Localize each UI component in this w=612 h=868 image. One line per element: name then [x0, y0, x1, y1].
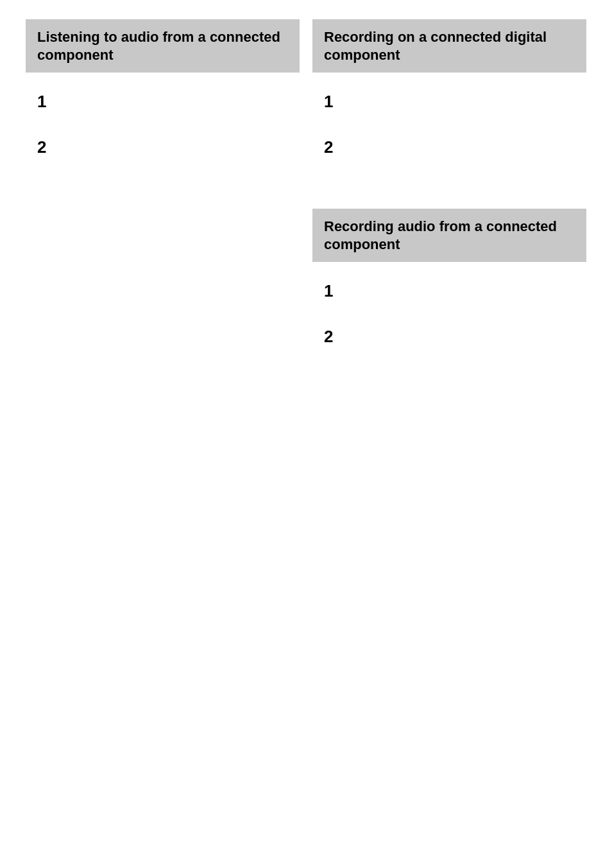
left-item-1: 1: [26, 85, 300, 131]
right-top-section-title: Recording on a connected digital compone…: [324, 29, 547, 63]
right-bottom-section-title: Recording audio from a connected compone…: [324, 218, 557, 252]
right-bottom-item-1: 1: [312, 275, 586, 320]
main-layout: Listening to audio from a connected comp…: [26, 19, 586, 366]
right-column: Recording on a connected digital compone…: [312, 19, 586, 366]
right-top-section-header: Recording on a connected digital compone…: [312, 19, 586, 73]
left-section-header: Listening to audio from a connected comp…: [26, 19, 300, 73]
right-top-section: Recording on a connected digital compone…: [312, 19, 586, 177]
right-bottom-section-header: Recording audio from a connected compone…: [312, 209, 586, 262]
right-top-item-1: 1: [312, 85, 586, 131]
right-top-item-2: 2: [312, 131, 586, 177]
left-column: Listening to audio from a connected comp…: [26, 19, 300, 366]
right-bottom-section: Recording audio from a connected compone…: [312, 209, 586, 366]
right-bottom-item-2: 2: [312, 320, 586, 366]
left-section-title: Listening to audio from a connected comp…: [37, 29, 280, 63]
left-item-2: 2: [26, 131, 300, 177]
